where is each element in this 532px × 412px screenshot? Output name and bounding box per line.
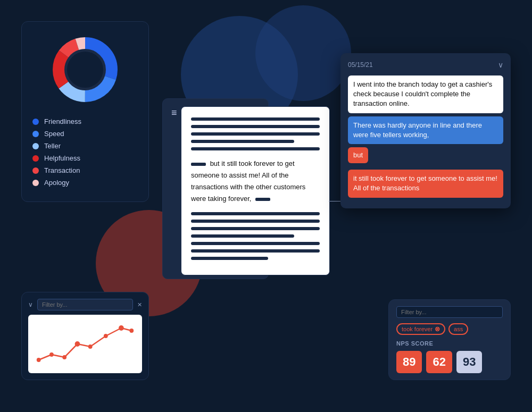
legend-dot-teller	[32, 143, 39, 149]
doc-line	[191, 249, 320, 253]
doc-line	[191, 132, 320, 136]
svg-point-7	[67, 52, 103, 88]
legend-item-speed: Speed	[32, 130, 138, 138]
nps-filter-row	[396, 306, 503, 318]
legend-list: Friendliness Speed Teller Helpfulness Tr…	[32, 117, 138, 187]
chart-chevron-icon[interactable]: ∨	[28, 301, 33, 308]
chart-filter-input[interactable]	[37, 299, 133, 310]
doc-line	[191, 227, 320, 230]
tag-label-took-forever: took forever	[402, 326, 433, 332]
legend-label-apology: Apology	[44, 179, 69, 187]
doc-line	[191, 125, 320, 128]
svg-point-9	[49, 352, 54, 357]
legend-dot-helpfulness	[32, 155, 39, 162]
legend-item-friendliness: Friendliness	[32, 117, 138, 125]
dash-mark-icon	[191, 163, 206, 166]
tag-took-forever[interactable]: took forever ⊗	[396, 323, 445, 335]
doc-line	[191, 140, 294, 143]
donut-chart	[32, 32, 138, 107]
chat-bubble-but: but	[348, 147, 368, 163]
nps-score-89: 89	[396, 351, 422, 373]
legend-dot-speed	[32, 131, 39, 137]
nps-card: took forever ⊗ ass NPS SCORE 89 62 93	[388, 299, 511, 380]
chart-clear-icon[interactable]: ✕	[137, 301, 142, 308]
tag-label-ass: ass	[454, 326, 463, 332]
legend-dot-apology	[32, 180, 39, 186]
doc-line	[191, 220, 320, 223]
document-card: but it still took forever to get someone…	[181, 106, 330, 275]
tag-remove-icon[interactable]: ⊗	[435, 325, 440, 333]
legend-item-transaction: Transaction	[32, 166, 138, 174]
doc-line	[191, 147, 320, 150]
svg-point-11	[75, 341, 80, 347]
nps-score-93: 93	[456, 351, 482, 373]
doc-highlight-text: but it still took forever to get someone…	[191, 158, 320, 205]
legend-card: Friendliness Speed Teller Helpfulness Tr…	[21, 21, 149, 202]
legend-label-speed: Speed	[44, 130, 64, 138]
svg-point-8	[37, 358, 41, 362]
connector-dot-left	[329, 201, 330, 201]
legend-dot-transaction	[32, 167, 39, 174]
nps-scores: 89 62 93	[396, 351, 503, 373]
chart-header: ∨ ✕	[28, 299, 142, 310]
chat-card: 05/15/21 ∨ I went into the branch today …	[340, 53, 511, 208]
doc-line	[191, 257, 268, 260]
bg-circle-blue2	[255, 5, 351, 101]
svg-point-15	[129, 329, 134, 333]
svg-point-13	[104, 334, 108, 338]
svg-point-10	[62, 355, 66, 359]
legend-item-apology: Apology	[32, 179, 138, 187]
chat-bubble-white: I went into the branch today to get a ca…	[348, 75, 503, 113]
svg-point-12	[88, 344, 93, 349]
svg-point-14	[119, 325, 124, 331]
chat-bubble-orange-2: it still took forever to get someone to …	[348, 170, 503, 197]
doc-line	[191, 212, 320, 215]
nps-filter-input[interactable]	[396, 306, 503, 318]
legend-dot-friendliness	[32, 119, 39, 125]
end-mark-icon	[255, 198, 270, 201]
chat-date: 05/15/21	[348, 61, 373, 69]
line-chart	[28, 315, 142, 373]
nps-score-62: 62	[426, 351, 452, 373]
legend-label-teller: Teller	[44, 142, 61, 150]
tag-ass[interactable]: ass	[448, 323, 468, 335]
legend-item-teller: Teller	[32, 142, 138, 150]
chat-bubble-row: but	[348, 147, 503, 166]
doc-line	[191, 234, 294, 238]
legend-label-transaction: Transaction	[44, 166, 80, 174]
legend-label-helpfulness: Helpfulness	[44, 154, 80, 162]
chat-bubble-blue: There was hardly anyone in line and ther…	[348, 116, 503, 144]
chart-card: ∨ ✕	[21, 292, 149, 380]
tag-row: took forever ⊗ ass	[396, 323, 503, 335]
chat-chevron-icon[interactable]: ∨	[498, 61, 503, 69]
legend-label-friendliness: Friendliness	[44, 117, 81, 125]
doc-line	[191, 117, 320, 121]
doc-body-text: but it still took forever to get someone…	[191, 159, 305, 203]
chat-header: 05/15/21 ∨	[348, 61, 503, 69]
legend-item-helpfulness: Helpfulness	[32, 154, 138, 162]
nps-label: NPS SCORE	[396, 340, 503, 347]
doc-line	[191, 242, 320, 245]
